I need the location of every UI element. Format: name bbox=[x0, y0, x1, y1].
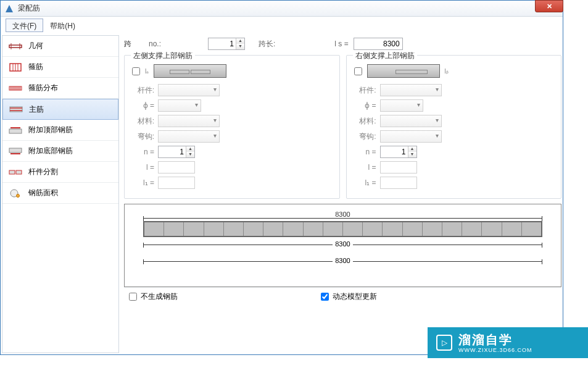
dim-bottom: 8300 bbox=[143, 261, 542, 269]
main-rebar-icon bbox=[9, 104, 23, 114]
no-gen-checkbox[interactable] bbox=[129, 293, 137, 301]
dynamic-update-checkbox[interactable] bbox=[321, 293, 329, 301]
left-hook-combo[interactable] bbox=[158, 130, 220, 143]
add-bottom-icon bbox=[9, 146, 22, 156]
left-preview[interactable] bbox=[154, 64, 226, 78]
nav-label: 箍筋 bbox=[28, 62, 43, 72]
left-phi-label: ϕ = bbox=[132, 101, 158, 110]
left-member-label: 杆件: bbox=[132, 85, 158, 96]
spinner-arrows[interactable]: ▲▼ bbox=[408, 146, 416, 157]
nav-stirrup[interactable]: 箍筋 bbox=[2, 57, 118, 78]
dim-top: 8300 bbox=[143, 211, 542, 218]
menu-help[interactable]: 帮助(H) bbox=[43, 19, 82, 32]
right-n-label: n = bbox=[354, 148, 380, 156]
nav-label: 附加顶部钢筋 bbox=[28, 125, 73, 135]
close-button[interactable]: ✕ bbox=[535, 0, 563, 12]
right-n-spinner[interactable]: ▲▼ bbox=[380, 146, 417, 158]
left-l-input[interactable] bbox=[158, 161, 195, 174]
titlebar: 梁配筋 ✕ bbox=[1, 1, 563, 17]
right-member-label: 杆件: bbox=[354, 85, 380, 96]
lb-label: lᵦ bbox=[445, 68, 449, 75]
left-l1-input[interactable] bbox=[158, 177, 195, 189]
nav-add-top[interactable]: 附加顶部钢筋 bbox=[2, 120, 118, 141]
nav-rebar-area[interactable]: 钢筋面积 bbox=[2, 183, 118, 204]
span-no-spinner[interactable]: ▲▼ bbox=[208, 38, 245, 50]
nav-add-bottom[interactable]: 附加底部钢筋 bbox=[2, 141, 118, 162]
left-phi-combo[interactable] bbox=[158, 99, 201, 112]
span-length-label: 跨长: bbox=[259, 39, 275, 49]
right-phi-combo[interactable] bbox=[380, 99, 423, 112]
right-hook-combo[interactable] bbox=[380, 130, 442, 143]
right-preview[interactable] bbox=[367, 64, 440, 78]
nav-label: 几何 bbox=[28, 41, 43, 51]
split-icon bbox=[9, 167, 22, 177]
svg-rect-23 bbox=[9, 148, 22, 153]
right-material-combo[interactable] bbox=[380, 115, 442, 127]
right-hook-label: 弯钩: bbox=[354, 132, 380, 142]
left-l-label: l = bbox=[132, 163, 158, 172]
no-gen-label: 不生成钢筋 bbox=[141, 291, 178, 302]
spinner-arrows[interactable]: ▲▼ bbox=[236, 38, 244, 49]
right-member-combo[interactable] bbox=[380, 84, 442, 96]
left-member-combo[interactable] bbox=[158, 84, 220, 96]
right-l-input[interactable] bbox=[380, 161, 417, 174]
dim-mid: 8300 bbox=[143, 245, 542, 253]
bottom-bar: 不生成钢筋 动态模型更新 bbox=[124, 287, 561, 306]
left-material-label: 材料: bbox=[132, 116, 158, 127]
nav-label: 箍筋分布 bbox=[28, 83, 58, 93]
la-label: lₐ bbox=[145, 68, 149, 75]
dynamic-update-label: 动态模型更新 bbox=[333, 291, 377, 302]
right-l1-input[interactable] bbox=[380, 177, 417, 189]
stirrup-icon bbox=[9, 62, 22, 72]
nav-label: 杆件分割 bbox=[28, 167, 58, 177]
watermark-url: WWW.ZIXUE.3D66.COM bbox=[458, 347, 532, 354]
menu-file[interactable]: 文件(F) bbox=[6, 19, 43, 32]
content-area: 几何 箍筋 箍筋分布 主筋 附加顶部钢筋 附加底部钢筋 bbox=[1, 34, 563, 354]
window-title: 梁配筋 bbox=[18, 3, 40, 14]
left-enable-checkbox[interactable] bbox=[132, 67, 140, 75]
groups-row: 左侧支撑上部钢筋 lₐ 杆件: ϕ = 材料: 弯钩: n = ▲▼ l = l… bbox=[124, 55, 561, 199]
left-l1-label: l₁ = bbox=[132, 178, 158, 187]
left-hook-label: 弯钩: bbox=[132, 132, 158, 142]
left-n-input[interactable] bbox=[159, 146, 186, 157]
geometry-icon bbox=[9, 41, 22, 51]
span-no-label: no.: bbox=[149, 40, 161, 48]
add-top-icon bbox=[9, 125, 22, 135]
right-n-input[interactable] bbox=[381, 146, 408, 157]
svg-rect-25 bbox=[9, 170, 15, 174]
ls-label: l s = bbox=[334, 40, 348, 48]
main-panel: 跨 no.: ▲▼ 跨长: l s = 左侧支撑上部钢筋 bbox=[124, 35, 561, 353]
nav-label: 钢筋面积 bbox=[28, 188, 58, 198]
area-icon bbox=[9, 188, 22, 198]
nav-member-split[interactable]: 杆件分割 bbox=[2, 162, 118, 183]
spinner-arrows[interactable]: ▲▼ bbox=[186, 146, 194, 157]
nav-geometry[interactable]: 几何 bbox=[2, 36, 118, 57]
right-l-label: l = bbox=[354, 163, 380, 172]
sidebar: 几何 箍筋 箍筋分布 主筋 附加顶部钢筋 附加底部钢筋 bbox=[2, 35, 119, 353]
span-no-input[interactable] bbox=[209, 38, 236, 49]
nav-stirrup-dist[interactable]: 箍筋分布 bbox=[2, 78, 118, 99]
svg-point-28 bbox=[17, 194, 20, 197]
svg-rect-18 bbox=[10, 107, 22, 112]
right-enable-checkbox[interactable] bbox=[354, 67, 362, 75]
left-material-combo[interactable] bbox=[158, 115, 220, 127]
app-icon bbox=[4, 4, 14, 14]
right-material-label: 材料: bbox=[354, 116, 380, 127]
right-group-title: 右侧支撑上部钢筋 bbox=[353, 51, 417, 61]
left-support-group: 左侧支撑上部钢筋 lₐ 杆件: ϕ = 材料: 弯钩: n = ▲▼ l = l… bbox=[124, 55, 340, 199]
beam-graphic bbox=[143, 221, 542, 237]
watermark-title: 溜溜自学 bbox=[458, 332, 532, 347]
diagram-panel: 8300 8300 8300 bbox=[124, 204, 561, 287]
play-icon: ▷ bbox=[436, 335, 452, 351]
ls-input[interactable] bbox=[354, 38, 403, 50]
nav-label: 主筋 bbox=[29, 104, 44, 115]
left-n-label: n = bbox=[132, 148, 158, 156]
stirrup-dist-icon bbox=[9, 83, 22, 93]
svg-rect-21 bbox=[9, 129, 22, 133]
span-label: 跨 bbox=[124, 39, 131, 49]
right-support-group: 右侧支撑上部钢筋 lᵦ 杆件: ϕ = 材料: 弯钩: n = ▲▼ l = l… bbox=[346, 55, 562, 199]
left-group-title: 左侧支撑上部钢筋 bbox=[131, 51, 195, 61]
nav-main-rebar[interactable]: 主筋 bbox=[2, 99, 118, 120]
left-n-spinner[interactable]: ▲▼ bbox=[158, 146, 195, 158]
right-l1-label: l₁ = bbox=[354, 178, 380, 187]
